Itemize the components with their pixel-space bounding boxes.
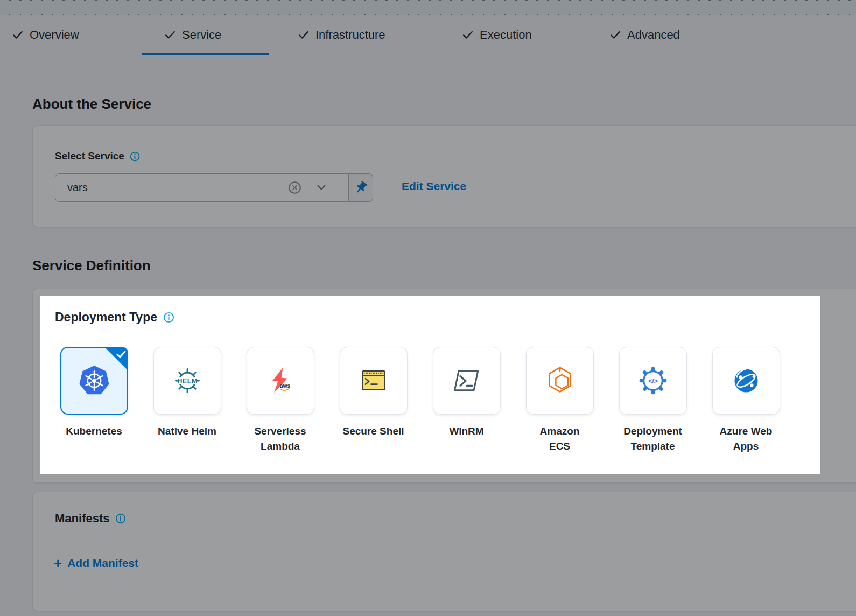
deployment-type-serverless-lambda[interactable]: aws [247,347,314,415]
tile-label: Secure Shell [342,424,404,439]
deployment-type-deployment-template[interactable]: </> [619,347,687,415]
service-config-page: Overview Service Infrastructure Executio… [0,0,856,616]
tab-infrastructure[interactable]: Infrastructure [298,22,385,48]
deployment-type-native-helm[interactable]: HELM [153,347,221,415]
tile-label: WinRM [449,424,483,439]
active-tab-indicator [142,53,269,55]
check-icon [462,29,474,41]
tile-label: Serverless Lambda [249,424,312,454]
secure-shell-icon [357,365,390,397]
info-icon[interactable] [163,311,175,324]
select-service-label: Select Service [55,150,141,162]
clear-service-icon[interactable] [287,180,302,197]
tile-label: Native Helm [158,424,216,439]
chevron-down-icon[interactable] [315,183,327,195]
about-service-heading: About the Service [32,96,151,113]
tile-label: Kubernetes [66,424,122,439]
helm-icon: HELM [171,365,204,397]
pin-icon [354,180,368,195]
tab-service[interactable]: Service [164,22,221,48]
check-icon [12,29,24,41]
info-icon[interactable] [115,513,127,524]
deployment-type-kubernetes[interactable] [60,347,128,415]
plus-icon: + [54,556,62,570]
pipeline-canvas-dotted-strip [0,0,856,15]
tab-label: Execution [480,28,532,42]
service-definition-heading: Service Definition [32,257,151,274]
manifests-card [32,492,856,611]
amazon-ecs-icon [544,365,576,397]
svg-text:</>: </> [648,377,658,385]
tile-label: Azure Web Apps [714,424,778,454]
winrm-icon [451,365,483,397]
deployment-type-winrm[interactable] [433,347,501,415]
deployment-type-tiles: Kubernetes HELM [47,347,792,454]
check-icon [298,29,310,41]
deployment-type-secure-shell[interactable] [340,347,408,415]
tab-advanced[interactable]: Advanced [609,22,680,48]
deployment-type-heading: Deployment Type [55,310,175,325]
azure-web-apps-icon [730,365,762,397]
tab-overview[interactable]: Overview [12,22,79,48]
info-icon[interactable] [129,151,141,162]
pin-service-button[interactable] [349,173,373,202]
kubernetes-icon [78,365,110,397]
check-icon [164,29,176,41]
add-manifest-button[interactable]: + Add Manifest [54,556,138,570]
tab-label: Service [182,28,221,42]
tab-label: Infrastructure [315,28,385,42]
tile-label: Amazon ECS [528,424,592,454]
svg-text:aws: aws [279,383,290,389]
deployment-template-icon: </> [637,365,669,397]
deployment-type-azure-web-apps[interactable] [712,347,780,415]
svg-text:HELM: HELM [177,377,198,385]
tile-label: Deployment Template [621,424,685,454]
select-service-input[interactable] [55,173,349,202]
deployment-type-card: Deployment Type [40,296,820,474]
selected-check-icon [116,349,126,359]
tab-label: Overview [30,28,79,42]
deployment-type-amazon-ecs[interactable] [526,347,594,415]
tab-label: Advanced [627,28,680,42]
serverless-lambda-icon: aws [264,365,297,397]
tab-execution[interactable]: Execution [462,22,532,48]
stage-tab-bar: Overview Service Infrastructure Executio… [0,15,856,55]
check-icon [609,29,621,41]
manifests-heading: Manifests [55,512,127,526]
edit-service-link[interactable]: Edit Service [402,180,466,193]
